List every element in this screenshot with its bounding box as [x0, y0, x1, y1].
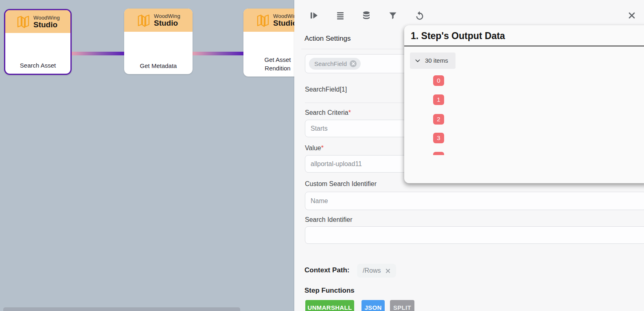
search-field-chip: SearchField [309, 58, 361, 70]
action-settings-heading: Action Settings [304, 35, 350, 43]
divider [404, 46, 644, 46]
item-index-badge[interactable]: 1 [433, 94, 444, 105]
required-marker: * [321, 145, 324, 151]
items-count-label: 30 items [425, 53, 448, 69]
brand-line1: WoodWing [154, 13, 180, 19]
node-header: WoodWing Studio [124, 9, 193, 32]
value-label: Value* [305, 145, 324, 152]
node-get-metadata[interactable]: WoodWing Studio Get Metadata [124, 9, 193, 74]
database-icon[interactable] [361, 11, 371, 20]
unmarshall-button[interactable]: UNMARSHALL [305, 300, 354, 311]
json-button[interactable]: JSON [361, 300, 385, 311]
search-criteria-label: Search Criteria* [305, 109, 351, 116]
search-identifier-select[interactable] [305, 226, 644, 244]
brand-line2: Studio [273, 19, 297, 27]
woodwing-logo-icon [256, 14, 270, 27]
context-path-chip: /Rows [357, 264, 396, 278]
context-path-label: Context Path: [304, 266, 350, 274]
node-header: WoodWing Studio [5, 10, 70, 33]
remove-chip-icon[interactable] [350, 60, 357, 67]
search-identifier-label: Search Identifier [305, 216, 353, 223]
step-functions-heading: Step Functions [304, 287, 355, 295]
node-title: Get Metadata [124, 61, 193, 70]
menu-icon[interactable] [335, 11, 345, 20]
chip-label: SearchField [314, 60, 347, 67]
items-collapse-toggle[interactable]: 30 items [410, 53, 456, 69]
item-index-badge[interactable]: 2 [433, 114, 444, 125]
custom-search-identifier-label: Custom Search Identifier [305, 180, 377, 188]
brand-line2: Studio [154, 19, 178, 27]
split-button[interactable]: SPLIT [390, 300, 414, 311]
brand-line2: Studio [33, 21, 57, 28]
node-search-asset[interactable]: WoodWing Studio Search Asset [4, 9, 72, 75]
workflow-canvas[interactable]: WoodWing Studio Search Asset WoodWing [0, 0, 294, 311]
edge-search-to-metadata [72, 52, 124, 55]
brand-text: WoodWing Studio [154, 13, 180, 27]
brand-line1: WoodWing [33, 15, 60, 20]
context-path-value: /Rows [363, 267, 381, 274]
woodwing-logo-icon [136, 14, 151, 27]
item-index-badge[interactable]: 3 [433, 133, 444, 143]
item-index-badge: 4 [433, 152, 444, 155]
filter-icon[interactable] [388, 11, 398, 20]
canvas-horizontal-scrollbar[interactable] [3, 307, 240, 311]
resume-icon[interactable] [309, 11, 319, 20]
custom-search-identifier-input[interactable] [305, 192, 644, 210]
undo-icon[interactable] [415, 11, 425, 20]
node-title: Search Asset [5, 61, 70, 70]
remove-context-path-icon[interactable] [385, 268, 390, 274]
close-icon[interactable] [627, 11, 636, 20]
brand-text: WoodWing Studio [33, 15, 60, 28]
edge-metadata-to-rendition [193, 52, 243, 55]
step-output-data-panel: 1. Step's Output Data 30 items 0 1 2 3 4 [404, 25, 644, 183]
app-window: WoodWing Studio Search Asset WoodWing [0, 0, 644, 311]
chevron-down-icon [414, 57, 421, 64]
item-index-badge[interactable]: 0 [433, 75, 444, 86]
step-output-title: 1. Step's Output Data [411, 31, 505, 42]
search-field-group-label: SearchField[1] [305, 86, 347, 93]
woodwing-logo-icon [16, 15, 31, 28]
item-index-badge-clipped[interactable]: 4 [433, 152, 444, 155]
required-marker: * [348, 109, 351, 116]
